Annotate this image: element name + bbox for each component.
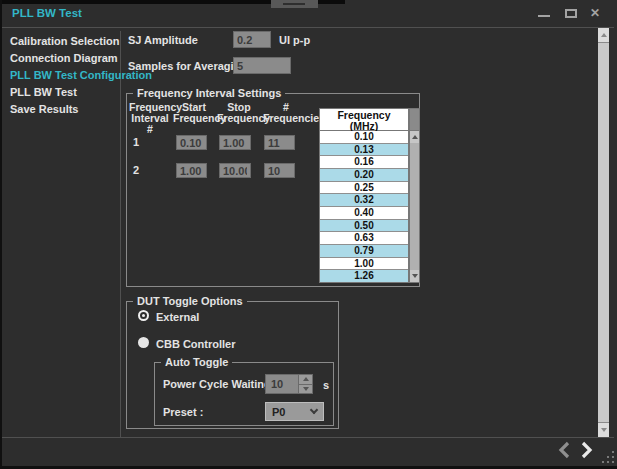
power-cycle-waiting-field[interactable]: 10 <box>265 374 299 394</box>
stepper-up-icon[interactable] <box>299 375 312 384</box>
table-row[interactable]: 1.26 <box>320 270 408 282</box>
scrollbar-down-icon[interactable] <box>598 423 609 437</box>
footer-divider <box>2 437 614 438</box>
auto-toggle-title: Auto Toggle <box>161 356 232 368</box>
sj-amplitude-unit: UI p-p <box>279 34 310 46</box>
auto-toggle-group: Auto Toggle Power Cycle Waiting : 10 s P… <box>154 362 334 426</box>
power-cycle-waiting-unit: s <box>323 379 329 391</box>
sidebar-item-pll-bw-test[interactable]: PLL BW Test <box>10 86 77 98</box>
frequency-interval-settings-title: Frequency Interval Settings <box>133 87 285 99</box>
dut-toggle-options-title: DUT Toggle Options <box>133 295 247 307</box>
window-title: PLL BW Test <box>12 7 82 19</box>
preset-dropdown-value: P0 <box>272 406 285 418</box>
minimize-dash-icon <box>283 3 305 5</box>
samples-for-averaging-label: Samples for Averaging <box>128 60 247 72</box>
sidebar-item-connection-diagram[interactable]: Connection Diagram <box>10 52 118 64</box>
frequency-table-scrollbar[interactable] <box>409 131 420 283</box>
interval-2-label: 2 <box>133 164 139 176</box>
frequency-table-header: Frequency (MHz) <box>319 108 409 131</box>
interval-2-stop-field[interactable] <box>219 163 251 178</box>
interval-1-start-field[interactable] <box>176 135 207 150</box>
table-row[interactable]: 0.79 <box>320 245 408 258</box>
column-header-start-frequency: Start Frequency <box>173 102 215 124</box>
close-button[interactable]: ✕ <box>590 6 600 20</box>
background-window-minimize-fragment <box>271 0 318 8</box>
sidebar-item-save-results[interactable]: Save Results <box>10 103 78 115</box>
frequency-table-body: 0.10 0.13 0.16 0.20 0.25 0.32 0.40 0.50 … <box>319 131 409 283</box>
sidebar-item-calibration-selection[interactable]: Calibration Selection <box>10 35 119 47</box>
table-row[interactable]: 0.40 <box>320 207 408 220</box>
external-radio-label[interactable]: External <box>156 311 199 323</box>
resize-grip[interactable] <box>602 451 616 465</box>
minimize-button[interactable] <box>538 15 550 17</box>
table-row[interactable]: 0.32 <box>320 194 408 207</box>
titlebar-divider <box>2 27 614 28</box>
table-row[interactable]: 0.50 <box>320 220 408 233</box>
main-scrollbar[interactable] <box>598 28 609 437</box>
interval-2-frequencies-field[interactable] <box>264 163 295 178</box>
column-header-stop-frequency: Stop Frequency <box>217 102 261 124</box>
sj-amplitude-field[interactable] <box>233 31 271 48</box>
maximize-button[interactable] <box>565 9 577 18</box>
previous-page-button[interactable] <box>557 441 573 459</box>
chevron-down-icon <box>310 406 318 414</box>
scrollbar-up-icon[interactable] <box>598 28 609 42</box>
cbb-controller-radio[interactable] <box>138 337 149 348</box>
table-row[interactable]: 0.13 <box>320 144 408 157</box>
preset-dropdown[interactable]: P0 <box>265 402 324 421</box>
external-radio[interactable] <box>138 310 149 321</box>
cbb-controller-radio-label[interactable]: CBB Controller <box>156 338 235 350</box>
frequency-interval-settings-group: Frequency Interval Settings Frequency In… <box>126 93 420 287</box>
sidebar-divider <box>120 31 121 437</box>
interval-1-label: 1 <box>133 136 139 148</box>
scrollbar-thumb[interactable] <box>598 42 609 423</box>
table-row[interactable]: 0.10 <box>320 131 408 144</box>
preset-label: Preset : <box>163 406 203 418</box>
power-cycle-waiting-stepper[interactable] <box>299 374 313 394</box>
frequency-table-header-filler <box>409 108 420 131</box>
interval-1-frequencies-field[interactable] <box>264 135 295 150</box>
table-row[interactable]: 0.20 <box>320 169 408 182</box>
interval-1-stop-field[interactable] <box>219 135 251 150</box>
table-row[interactable]: 0.25 <box>320 182 408 195</box>
dut-toggle-options-group: DUT Toggle Options External CBB Controll… <box>126 301 339 429</box>
table-row[interactable]: 0.63 <box>320 232 408 245</box>
power-cycle-waiting-label: Power Cycle Waiting : <box>163 378 278 390</box>
next-page-button[interactable] <box>578 441 594 459</box>
column-header-num-frequencies: # Frequencies <box>263 102 309 124</box>
sj-amplitude-label: SJ Amplitude <box>128 34 198 46</box>
samples-for-averaging-field[interactable] <box>233 57 291 74</box>
scroll-down-icon[interactable] <box>410 270 419 282</box>
window-border-left <box>0 0 2 469</box>
scroll-up-icon[interactable] <box>410 131 419 143</box>
table-row[interactable]: 0.16 <box>320 156 408 169</box>
stepper-down-icon[interactable] <box>299 384 312 394</box>
interval-2-start-field[interactable] <box>176 163 207 178</box>
column-header-frequency-interval: Frequency Interval # <box>129 102 171 135</box>
table-row[interactable]: 1.00 <box>320 258 408 271</box>
